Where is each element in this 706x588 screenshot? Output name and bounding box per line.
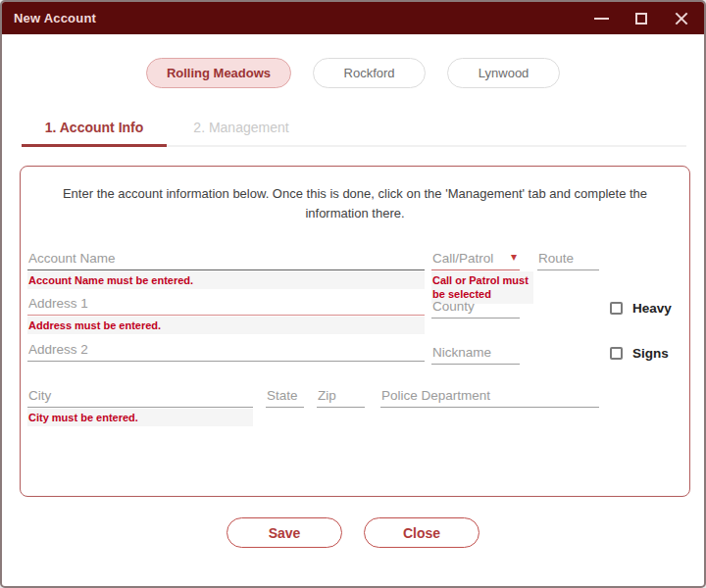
dialog-actions: Save Close — [2, 517, 704, 548]
tab-bar: 1. Account Info 2. Management — [22, 110, 686, 147]
address1-field[interactable] — [27, 294, 425, 315]
address2-input[interactable] — [27, 341, 425, 362]
location-pill-label: Rolling Meadows — [167, 66, 271, 80]
checkbox-box — [610, 302, 623, 315]
route-field[interactable] — [537, 249, 599, 270]
location-pill-label: Lynwood — [479, 66, 530, 80]
route-input[interactable] — [537, 250, 599, 270]
checkbox-label: Signs — [632, 346, 669, 361]
city-field[interactable] — [27, 386, 253, 407]
checkbox-box — [610, 347, 623, 360]
nickname-field[interactable] — [431, 343, 520, 364]
police-department-input[interactable] — [380, 387, 599, 408]
instructions-text: Enter the account information below. Onc… — [50, 184, 660, 223]
checkbox-label: Heavy — [632, 301, 672, 316]
location-pill-lynwood[interactable]: Lynwood — [447, 58, 560, 88]
location-pill-label: Rockford — [344, 66, 395, 80]
city-input[interactable] — [27, 387, 253, 408]
zip-field[interactable] — [317, 386, 365, 407]
signs-checkbox[interactable]: Signs — [610, 346, 669, 361]
location-pill-rockford[interactable]: Rockford — [313, 58, 426, 88]
close-button[interactable]: Close — [364, 517, 479, 548]
state-field[interactable] — [266, 386, 304, 407]
account-name-field[interactable] — [27, 249, 425, 270]
address1-input[interactable] — [27, 295, 425, 316]
state-input[interactable] — [266, 387, 304, 408]
close-window-button[interactable] — [667, 4, 696, 33]
window-title: New Account — [14, 11, 96, 25]
city-error: City must be entered. — [27, 409, 253, 426]
maximize-icon — [635, 13, 647, 24]
tab-account-info[interactable]: 1. Account Info — [22, 110, 167, 145]
tab-label: 2. Management — [193, 120, 288, 135]
titlebar: New Account — [2, 2, 704, 34]
call-patrol-dropdown[interactable]: ▾ — [431, 249, 520, 270]
police-department-field[interactable] — [380, 386, 599, 407]
nickname-input[interactable] — [431, 344, 520, 365]
close-icon — [675, 12, 688, 25]
location-selector: Rolling Meadows Rockford Lynwood — [2, 58, 704, 88]
tab-label: 1. Account Info — [45, 120, 144, 135]
minimize-button[interactable] — [586, 4, 616, 33]
maximize-button[interactable] — [627, 4, 656, 33]
tab-management[interactable]: 2. Management — [167, 110, 316, 145]
county-input[interactable] — [431, 298, 520, 318]
window-controls — [586, 2, 696, 34]
account-name-input[interactable] — [27, 250, 425, 270]
minimize-icon — [594, 18, 609, 20]
location-pill-rolling-meadows[interactable]: Rolling Meadows — [146, 58, 291, 88]
call-patrol-input[interactable] — [431, 250, 520, 270]
account-info-panel: Enter the account information below. Onc… — [20, 166, 690, 497]
address2-field[interactable] — [27, 340, 425, 361]
account-name-error: Account Name must be entered. — [27, 271, 425, 289]
county-field[interactable] — [431, 297, 520, 318]
address1-error: Address must be entered. — [27, 317, 425, 334]
save-button[interactable]: Save — [227, 517, 342, 548]
new-account-dialog: New Account Rolling Meadows Rockford Lyn… — [0, 0, 706, 588]
heavy-checkbox[interactable]: Heavy — [610, 301, 672, 316]
zip-input[interactable] — [317, 387, 365, 408]
